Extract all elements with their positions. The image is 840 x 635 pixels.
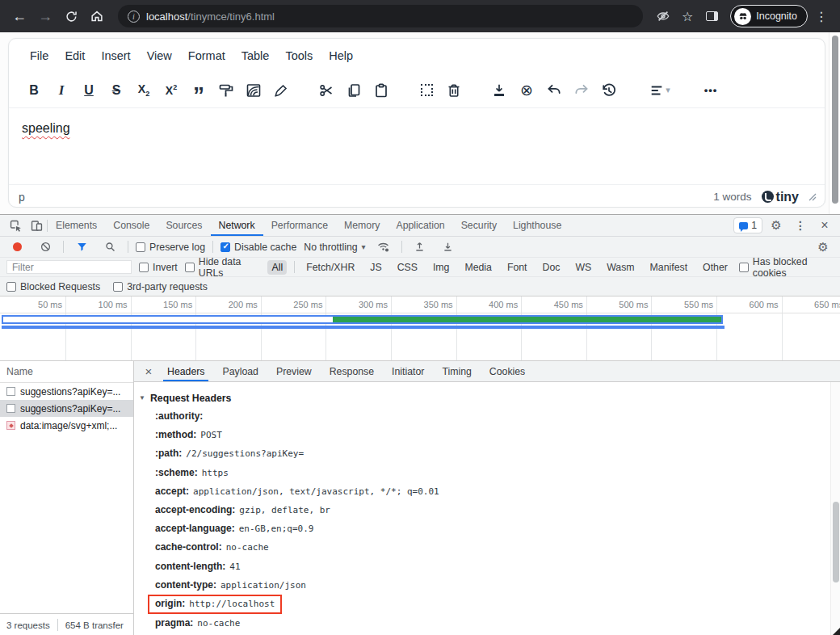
clear-button[interactable]: [35, 238, 56, 257]
overview-request-bar[interactable]: [2, 315, 723, 324]
bookmark-button[interactable]: ☆: [677, 6, 698, 27]
filter-type-img[interactable]: Img: [429, 260, 454, 275]
devtools-settings-button[interactable]: ⚙: [766, 216, 787, 235]
paste-button[interactable]: [368, 78, 395, 103]
forward-button[interactable]: →: [34, 5, 57, 27]
permanent-pen-button[interactable]: [267, 78, 295, 103]
download-button[interactable]: [485, 78, 513, 103]
cut-button[interactable]: [313, 78, 340, 103]
editor-content[interactable]: speeling: [9, 108, 825, 184]
devtools-close-button[interactable]: ×: [814, 216, 835, 235]
resize-handle-icon[interactable]: [808, 193, 817, 201]
tiny-branding[interactable]: tiny: [762, 190, 799, 204]
more-toolbar-button[interactable]: •••: [697, 78, 724, 103]
page-info-icon[interactable]: i: [128, 11, 140, 23]
window-resize-grip[interactable]: [833, 628, 840, 635]
filter-type-all[interactable]: All: [267, 260, 287, 275]
redo-button[interactable]: [568, 78, 595, 103]
tab-application[interactable]: Application: [388, 215, 452, 236]
cancel-button[interactable]: ⊗: [513, 78, 540, 103]
blockquote-button[interactable]: ”: [185, 78, 212, 103]
menu-file[interactable]: File: [22, 45, 57, 66]
details-scrollbar[interactable]: [830, 382, 840, 635]
browser-menu-button[interactable]: ⋮: [811, 6, 832, 27]
menu-help[interactable]: Help: [321, 45, 361, 66]
tab-network[interactable]: Network: [211, 215, 263, 236]
tab-headers[interactable]: Headers: [158, 361, 213, 381]
address-bar[interactable]: i localhost/tinymce/tiny6.html: [118, 5, 643, 27]
throttling-select[interactable]: No throttling▾: [304, 242, 365, 253]
requests-column-header[interactable]: Name: [0, 361, 133, 383]
menu-edit[interactable]: Edit: [57, 45, 93, 66]
align-button[interactable]: ▾: [640, 78, 679, 103]
tab-memory[interactable]: Memory: [336, 215, 388, 236]
menu-table[interactable]: Table: [233, 45, 278, 66]
tab-security[interactable]: Security: [453, 215, 505, 236]
cookies-blocked-button[interactable]: [653, 6, 674, 27]
home-button[interactable]: [86, 5, 108, 27]
devtools-menu-button[interactable]: ⋮: [790, 216, 811, 235]
hide-data-urls-checkbox[interactable]: Hide data URLs: [185, 256, 261, 279]
reload-button[interactable]: [60, 5, 82, 27]
tab-response[interactable]: Response: [321, 361, 383, 381]
filter-type-js[interactable]: JS: [366, 260, 385, 275]
tab-console[interactable]: Console: [105, 215, 158, 236]
third-party-requests-checkbox[interactable]: 3rd-party requests: [113, 281, 208, 292]
filter-type-media[interactable]: Media: [460, 260, 496, 275]
close-details-button[interactable]: ×: [139, 361, 158, 381]
back-button[interactable]: ←: [8, 5, 31, 27]
word-count[interactable]: 1 words: [713, 191, 751, 203]
menu-view[interactable]: View: [139, 45, 180, 66]
network-settings-button[interactable]: ⚙: [813, 238, 834, 257]
profile-chip[interactable]: Incognito: [730, 5, 808, 27]
overview-request-line[interactable]: [2, 326, 724, 329]
tab-preview[interactable]: Preview: [267, 361, 321, 381]
element-path[interactable]: p: [19, 191, 25, 204]
tab-cookies[interactable]: Cookies: [481, 361, 534, 381]
network-conditions-button[interactable]: [373, 238, 394, 257]
tab-initiator[interactable]: Initiator: [383, 361, 433, 381]
blocked-requests-checkbox[interactable]: Blocked Requests: [6, 281, 100, 292]
misspelled-word[interactable]: speeling: [22, 121, 70, 135]
import-har-button[interactable]: [410, 238, 430, 257]
image-frame-button[interactable]: [240, 78, 267, 103]
tab-elements[interactable]: Elements: [48, 215, 105, 236]
filter-type-fetch-xhr[interactable]: Fetch/XHR: [302, 260, 359, 275]
menu-tools[interactable]: Tools: [277, 45, 321, 66]
strikethrough-button[interactable]: S: [103, 78, 130, 103]
filter-type-doc[interactable]: Doc: [539, 260, 565, 275]
has-blocked-cookies-checkbox[interactable]: Has blocked cookies: [739, 256, 834, 279]
page-scrollbar-thumb[interactable]: [832, 36, 838, 204]
filter-input[interactable]: [6, 260, 132, 274]
request-headers-section[interactable]: ▼ Request Headers: [139, 389, 821, 407]
issues-badge[interactable]: 1: [733, 217, 762, 233]
menu-insert[interactable]: Insert: [93, 45, 138, 66]
filter-type-css[interactable]: CSS: [393, 260, 422, 275]
tab-sources[interactable]: Sources: [158, 215, 210, 236]
tab-timing[interactable]: Timing: [433, 361, 480, 381]
network-overview-timeline[interactable]: 50 ms 100 ms 150 ms 200 ms 250 ms 300 ms…: [0, 296, 840, 361]
preserve-log-checkbox[interactable]: Preserve log: [136, 242, 205, 253]
details-scrollbar-thumb[interactable]: [833, 502, 839, 582]
undo-button[interactable]: [540, 78, 568, 103]
inspect-element-button[interactable]: [5, 216, 26, 235]
restore-draft-button[interactable]: [595, 78, 623, 103]
filter-type-other[interactable]: Other: [699, 260, 732, 275]
filter-type-manifest[interactable]: Manifest: [646, 260, 691, 275]
superscript-button[interactable]: X2: [158, 78, 185, 103]
tab-lighthouse[interactable]: Lighthouse: [505, 215, 569, 236]
filter-toggle-button[interactable]: [71, 238, 92, 257]
request-row-selected[interactable]: suggestions?apiKey=...: [0, 400, 133, 417]
filter-type-font[interactable]: Font: [503, 260, 531, 275]
disable-cache-checkbox[interactable]: Disable cache: [220, 242, 296, 253]
bold-button[interactable]: B: [20, 78, 48, 103]
export-har-button[interactable]: [438, 238, 459, 257]
network-search-button[interactable]: [99, 238, 120, 257]
delete-button[interactable]: [440, 78, 468, 103]
tab-performance[interactable]: Performance: [263, 215, 336, 236]
invert-checkbox[interactable]: Invert: [139, 262, 178, 273]
request-row[interactable]: data:image/svg+xml;...: [0, 417, 133, 434]
subscript-button[interactable]: X2: [130, 78, 158, 103]
filter-type-ws[interactable]: WS: [571, 260, 595, 275]
device-toolbar-button[interactable]: [26, 216, 47, 235]
